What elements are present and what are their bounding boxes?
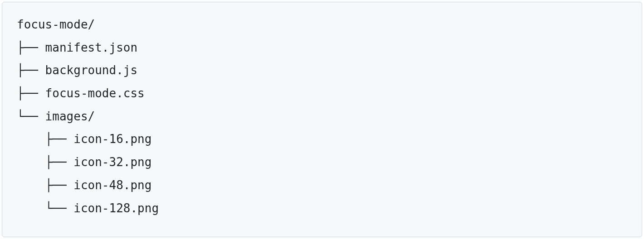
- tree-line: ├── icon-16.png: [17, 132, 151, 146]
- tree-line: ├── icon-48.png: [17, 178, 151, 192]
- tree-line: ├── background.js: [17, 63, 137, 77]
- directory-tree-block: focus-mode/ ├── manifest.json ├── backgr…: [2, 2, 642, 237]
- tree-line: └── images/: [17, 110, 95, 123]
- tree-line: ├── focus-mode.css: [17, 86, 145, 100]
- tree-line: focus-mode/: [17, 18, 95, 31]
- tree-line: ├── icon-32.png: [17, 155, 151, 169]
- tree-line: └── icon-128.png: [17, 201, 159, 215]
- tree-line: ├── manifest.json: [17, 41, 137, 54]
